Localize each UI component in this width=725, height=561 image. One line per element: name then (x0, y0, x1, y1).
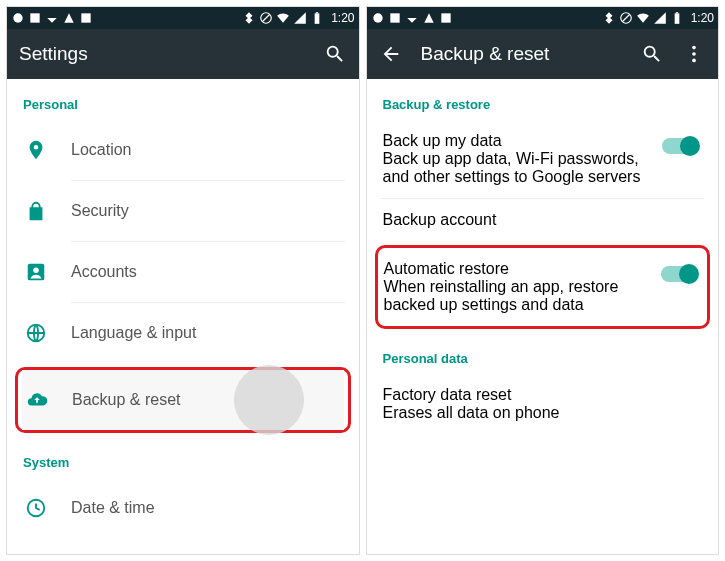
app-bar: Settings (7, 29, 359, 79)
row-label: Date & time (71, 499, 345, 517)
settings-row-datetime[interactable]: Date & time (21, 478, 345, 538)
phone-left: 1:20 Settings Personal Location Security… (6, 6, 360, 555)
bluetooth-icon (242, 11, 256, 25)
svg-point-11 (373, 13, 382, 22)
dnd-icon (259, 11, 273, 25)
notif-icon (371, 11, 385, 25)
highlight-auto-restore: Automatic restore When reinstalling an a… (375, 245, 711, 329)
row-label: Language & input (71, 324, 345, 342)
row-title: Back up my data (383, 132, 655, 150)
row-title: Factory data reset (383, 386, 703, 404)
status-bar: 1:20 (367, 7, 719, 29)
svg-rect-16 (674, 13, 679, 23)
search-button[interactable] (640, 42, 664, 66)
row-label: Backup & reset (72, 391, 344, 409)
row-subtitle: Back up app data, Wi-Fi passwords, and o… (383, 150, 655, 186)
svg-point-0 (13, 13, 22, 22)
section-system: System (21, 437, 345, 478)
location-icon (21, 139, 71, 161)
svg-rect-17 (675, 12, 677, 13)
svg-rect-5 (315, 13, 320, 23)
notif-icon (45, 11, 59, 25)
battery-icon (310, 11, 324, 25)
svg-point-19 (692, 52, 696, 56)
highlight-backup-reset: Backup & reset (15, 367, 351, 433)
notif-icon (422, 11, 436, 25)
row-subtitle: Erases all data on phone (383, 404, 703, 422)
battery-icon (670, 11, 684, 25)
svg-point-8 (33, 267, 39, 273)
globe-icon (21, 322, 71, 344)
svg-line-4 (263, 15, 270, 22)
notif-icon (388, 11, 402, 25)
page-title: Settings (19, 43, 88, 65)
notif-icon (439, 11, 453, 25)
row-auto-restore[interactable]: Automatic restore When reinstalling an a… (382, 248, 704, 326)
section-personal-data: Personal data (381, 333, 705, 374)
dnd-icon (619, 11, 633, 25)
signal-icon (293, 11, 307, 25)
overflow-button[interactable] (682, 42, 706, 66)
signal-icon (653, 11, 667, 25)
status-time: 1:20 (691, 11, 714, 25)
app-bar: Backup & reset (367, 29, 719, 79)
row-label: Location (71, 141, 345, 159)
wifi-icon (636, 11, 650, 25)
account-icon (21, 261, 71, 283)
cloud-upload-icon (22, 389, 72, 411)
svg-point-20 (692, 59, 696, 63)
svg-point-18 (692, 46, 696, 50)
clock-icon (21, 497, 71, 519)
status-bar: 1:20 (7, 7, 359, 29)
svg-rect-1 (30, 13, 39, 22)
settings-row-location[interactable]: Location (21, 120, 345, 180)
settings-row-language[interactable]: Language & input (21, 303, 345, 363)
lock-icon (21, 200, 71, 222)
svg-line-15 (622, 15, 629, 22)
svg-rect-2 (81, 13, 90, 22)
settings-row-accounts[interactable]: Accounts (21, 242, 345, 302)
svg-rect-13 (441, 13, 450, 22)
settings-row-security[interactable]: Security (21, 181, 345, 241)
phone-right: 1:20 Backup & reset Backup & restore Bac… (366, 6, 720, 555)
notif-icon (62, 11, 76, 25)
bluetooth-icon (602, 11, 616, 25)
row-subtitle: When reinstalling an app, restore backed… (384, 278, 654, 314)
row-backup-account[interactable]: Backup account (381, 199, 705, 241)
notif-icon (28, 11, 42, 25)
page-title: Backup & reset (421, 43, 550, 65)
search-button[interactable] (323, 42, 347, 66)
notif-icon (11, 11, 25, 25)
notif-icon (405, 11, 419, 25)
row-title: Backup account (383, 211, 703, 229)
row-factory-reset[interactable]: Factory data reset Erases all data on ph… (381, 374, 705, 434)
settings-row-backup-reset[interactable]: Backup & reset (22, 370, 344, 430)
row-label: Security (71, 202, 345, 220)
toggle-switch[interactable] (661, 266, 697, 282)
back-button[interactable] (379, 42, 403, 66)
wifi-icon (276, 11, 290, 25)
row-label: Accounts (71, 263, 345, 281)
section-personal: Personal (21, 79, 345, 120)
svg-rect-6 (316, 12, 318, 13)
notif-icon (79, 11, 93, 25)
toggle-switch[interactable] (662, 138, 698, 154)
svg-rect-12 (390, 13, 399, 22)
row-backup-data[interactable]: Back up my data Back up app data, Wi-Fi … (381, 120, 705, 198)
status-time: 1:20 (331, 11, 354, 25)
row-title: Automatic restore (384, 260, 654, 278)
section-backup-restore: Backup & restore (381, 79, 705, 120)
